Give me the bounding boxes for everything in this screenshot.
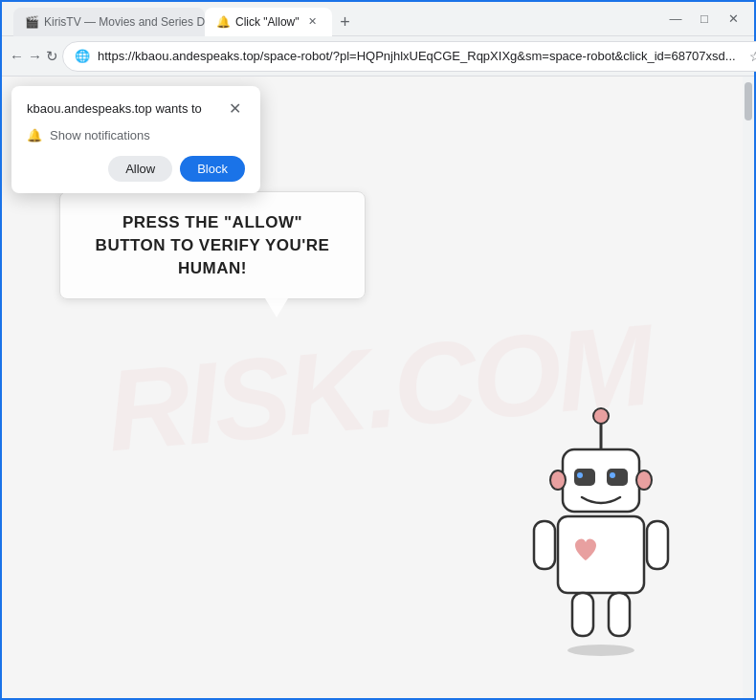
robot-svg bbox=[505, 402, 697, 669]
svg-rect-3 bbox=[574, 469, 595, 486]
svg-rect-12 bbox=[572, 593, 593, 636]
window-controls-right: — □ ✕ bbox=[662, 6, 746, 33]
popup-header: kbaou.andespeaks.top wants to ✕ bbox=[27, 98, 245, 119]
speech-text: PRESS THE "ALLOW" BUTTON TO VERIFY YOU'R… bbox=[96, 213, 330, 277]
speech-bubble: PRESS THE "ALLOW" BUTTON TO VERIFY YOU'R… bbox=[59, 191, 366, 299]
scrollbar[interactable] bbox=[743, 77, 754, 698]
svg-rect-11 bbox=[647, 521, 668, 569]
popup-title: kbaou.andespeaks.top wants to bbox=[27, 101, 202, 116]
svg-point-14 bbox=[567, 645, 634, 656]
scrollbar-thumb[interactable] bbox=[745, 82, 752, 120]
url-text: https://kbaou.andespeaks.top/space-robot… bbox=[98, 49, 736, 63]
minimize-button[interactable]: — bbox=[662, 6, 689, 33]
address-bar: ← → ↻ 🌐 https://kbaou.andespeaks.top/spa… bbox=[2, 36, 754, 77]
svg-rect-10 bbox=[534, 521, 555, 569]
block-button[interactable]: Block bbox=[180, 156, 245, 182]
reload-button[interactable]: ↻ bbox=[46, 42, 58, 71]
tab2-label: Click "Allow" bbox=[235, 15, 300, 29]
close-window-button[interactable]: ✕ bbox=[720, 6, 746, 33]
title-bar: 🎬 KirisTV — Movies and Series D... ✕ 🔔 C… bbox=[2, 2, 754, 36]
url-bar[interactable]: 🌐 https://kbaou.andespeaks.top/space-rob… bbox=[62, 41, 756, 72]
security-icon: 🌐 bbox=[75, 49, 90, 63]
page-content: RISK.COM kbaou.andespeaks.top wants to ✕… bbox=[2, 77, 754, 698]
svg-point-7 bbox=[550, 470, 566, 490]
svg-point-6 bbox=[610, 472, 615, 478]
browser-frame: 🎬 KirisTV — Movies and Series D... ✕ 🔔 C… bbox=[0, 0, 756, 700]
url-bar-actions: ☆ bbox=[744, 44, 756, 69]
back-button[interactable]: ← bbox=[10, 42, 24, 71]
tab-kiristv[interactable]: 🎬 KirisTV — Movies and Series D... ✕ bbox=[13, 8, 205, 36]
svg-rect-13 bbox=[609, 593, 630, 636]
tab-click-allow[interactable]: 🔔 Click "Allow" ✕ bbox=[205, 8, 332, 36]
tab1-favicon: 🎬 bbox=[25, 15, 38, 29]
tabs-bar: 🎬 KirisTV — Movies and Series D... ✕ 🔔 C… bbox=[13, 2, 662, 36]
robot-figure bbox=[505, 402, 697, 669]
maximize-button[interactable]: □ bbox=[691, 6, 718, 33]
svg-rect-9 bbox=[558, 516, 644, 593]
svg-point-1 bbox=[593, 408, 609, 424]
allow-button[interactable]: Allow bbox=[108, 156, 172, 182]
tab2-close-button[interactable]: ✕ bbox=[305, 14, 321, 30]
bookmark-button[interactable]: ☆ bbox=[744, 44, 756, 69]
permission-label: Show notifications bbox=[50, 128, 150, 142]
bell-icon: 🔔 bbox=[27, 128, 42, 142]
new-tab-button[interactable]: + bbox=[332, 10, 359, 36]
popup-close-button[interactable]: ✕ bbox=[224, 98, 245, 119]
svg-point-5 bbox=[577, 472, 583, 478]
popup-permission-row: 🔔 Show notifications bbox=[27, 128, 245, 142]
notification-popup: kbaou.andespeaks.top wants to ✕ 🔔 Show n… bbox=[11, 86, 260, 193]
forward-button[interactable]: → bbox=[28, 42, 42, 71]
popup-buttons: Allow Block bbox=[27, 156, 245, 182]
tab1-label: KirisTV — Movies and Series D... bbox=[44, 15, 205, 29]
svg-rect-4 bbox=[607, 469, 628, 486]
svg-point-8 bbox=[636, 470, 652, 490]
tab2-favicon: 🔔 bbox=[216, 15, 230, 29]
